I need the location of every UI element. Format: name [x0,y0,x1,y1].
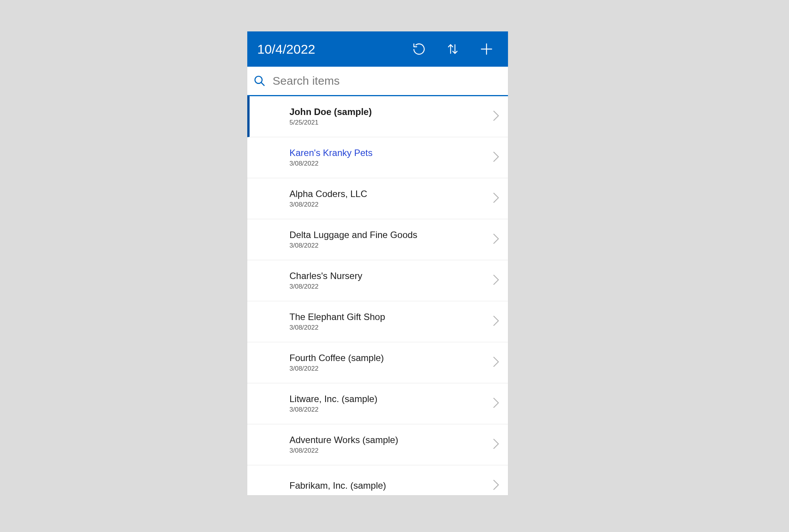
list-item[interactable]: Fourth Coffee (sample)3/08/2022 [247,342,508,383]
items-list: John Doe (sample)5/25/2021Karen's Kranky… [247,96,508,495]
plus-icon [480,42,493,56]
sort-icon [446,41,459,57]
list-item-title: Adventure Works (sample) [289,435,493,446]
list-item[interactable]: Karen's Kranky Pets3/08/2022 [247,137,508,178]
list-item[interactable]: John Doe (sample)5/25/2021 [247,96,508,137]
list-item[interactable]: Fabrikam, Inc. (sample) [247,465,508,495]
list-item[interactable]: Alpha Coders, LLC3/08/2022 [247,178,508,219]
chevron-right-icon [493,397,500,410]
list-item-date: 3/08/2022 [289,242,493,250]
list-item-title: Fourth Coffee (sample) [289,353,493,364]
list-item-date: 3/08/2022 [289,160,493,167]
svg-line-5 [261,82,264,85]
app-frame: 10/4/2022 [247,31,508,495]
chevron-right-icon [493,110,500,123]
list-item[interactable]: Delta Luggage and Fine Goods3/08/2022 [247,219,508,260]
list-item-date: 3/08/2022 [289,283,493,291]
chevron-right-icon [493,438,500,451]
refresh-icon [412,42,426,56]
chevron-right-icon [493,479,500,492]
list-item-title: Alpha Coders, LLC [289,189,493,200]
list-item-text: Litware, Inc. (sample)3/08/2022 [289,394,493,414]
chevron-right-icon [493,192,500,205]
list-item-text: John Doe (sample)5/25/2021 [289,107,493,127]
list-item-text: Fabrikam, Inc. (sample) [289,480,493,491]
list-item-date: 3/08/2022 [289,201,493,209]
list-item-date: 5/25/2021 [289,119,493,126]
list-item-title: Charles's Nursery [289,271,493,282]
list-item-title: The Elephant Gift Shop [289,312,493,323]
list-item-title: Karen's Kranky Pets [289,148,493,159]
add-button[interactable] [477,40,496,58]
chevron-right-icon [493,274,500,287]
refresh-button[interactable] [410,40,428,58]
list-item-text: Adventure Works (sample)3/08/2022 [289,435,493,455]
header-bar: 10/4/2022 [247,31,508,67]
list-item[interactable]: Charles's Nursery3/08/2022 [247,260,508,301]
list-item-title: Delta Luggage and Fine Goods [289,230,493,241]
list-item-title: Fabrikam, Inc. (sample) [289,480,493,491]
search-input[interactable] [272,74,502,88]
list-item-text: Alpha Coders, LLC3/08/2022 [289,189,493,209]
list-item-text: Delta Luggage and Fine Goods3/08/2022 [289,230,493,250]
list-item-date: 3/08/2022 [289,447,493,455]
list-item-date: 3/08/2022 [289,324,493,332]
list-item-title: John Doe (sample) [289,107,493,118]
chevron-right-icon [493,356,500,369]
search-icon [253,75,266,87]
chevron-right-icon [493,151,500,164]
sort-button[interactable] [444,40,462,58]
chevron-right-icon [493,315,500,328]
list-item-text: Karen's Kranky Pets3/08/2022 [289,148,493,168]
list-item[interactable]: Litware, Inc. (sample)3/08/2022 [247,383,508,424]
list-item-date: 3/08/2022 [289,406,493,414]
header-actions [410,40,496,58]
list-item-text: The Elephant Gift Shop3/08/2022 [289,312,493,332]
chevron-right-icon [493,233,500,246]
header-title: 10/4/2022 [257,42,410,57]
list-item-text: Fourth Coffee (sample)3/08/2022 [289,353,493,373]
list-item[interactable]: Adventure Works (sample)3/08/2022 [247,424,508,465]
list-item[interactable]: The Elephant Gift Shop3/08/2022 [247,301,508,342]
list-item-title: Litware, Inc. (sample) [289,394,493,405]
list-item-text: Charles's Nursery3/08/2022 [289,271,493,291]
search-bar[interactable] [247,67,508,96]
list-item-date: 3/08/2022 [289,365,493,373]
